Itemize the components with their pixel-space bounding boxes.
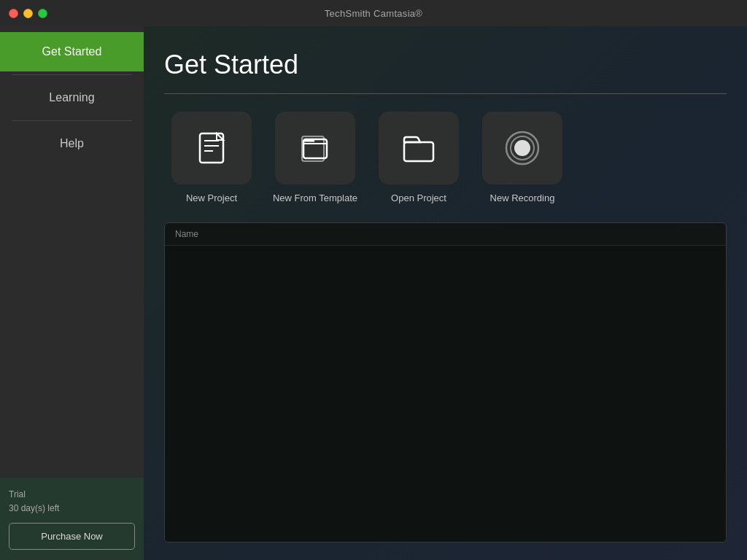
sidebar-footer: Trial 30 day(s) left Purchase Now (0, 478, 144, 560)
svg-rect-6 (404, 142, 433, 161)
window-controls (9, 9, 47, 18)
maximize-button[interactable] (38, 9, 47, 18)
sidebar-divider-1 (12, 74, 132, 75)
title-divider (164, 93, 727, 94)
new-recording-icon (503, 129, 541, 167)
new-from-template-card[interactable]: New From Template (268, 112, 363, 205)
new-from-template-label: New From Template (273, 192, 357, 205)
new-project-card[interactable]: New Project (164, 112, 259, 205)
new-recording-label: New Recording (490, 192, 555, 205)
new-project-icon-box[interactable] (171, 112, 252, 184)
purchase-now-button[interactable]: Purchase Now (9, 523, 135, 550)
sidebar-item-get-started[interactable]: Get Started (0, 32, 144, 71)
main-content: Get Started New Project (144, 26, 747, 560)
new-project-label: New Project (186, 192, 237, 205)
recent-files-panel: Name (164, 222, 727, 542)
sidebar-nav: Get Started Learning Help (0, 26, 144, 478)
new-project-icon (193, 129, 231, 167)
new-recording-card[interactable]: New Recording (475, 112, 570, 205)
svg-point-9 (514, 140, 530, 156)
new-from-template-icon-box[interactable] (275, 112, 355, 184)
sidebar-item-learning[interactable]: Learning (0, 78, 144, 117)
open-project-icon (400, 129, 438, 167)
app-title: TechSmith Camtasia® (325, 8, 423, 19)
recent-files-header: Name (165, 223, 726, 246)
page-title: Get Started (164, 50, 727, 80)
open-project-card[interactable]: Open Project (371, 112, 466, 205)
sidebar: Get Started Learning Help Trial 30 day(s… (0, 26, 144, 560)
open-project-label: Open Project (391, 192, 446, 205)
title-bar: TechSmith Camtasia® (0, 0, 747, 26)
recent-files-body (165, 246, 726, 542)
sidebar-divider-2 (12, 120, 132, 121)
new-from-template-icon (296, 129, 334, 167)
new-recording-icon-box[interactable] (482, 112, 562, 184)
app-body: Get Started Learning Help Trial 30 day(s… (0, 26, 747, 560)
action-cards: New Project New From Template (164, 112, 727, 205)
minimize-button[interactable] (23, 9, 33, 18)
open-project-icon-box[interactable] (379, 112, 459, 184)
trial-info: Trial 30 day(s) left (9, 488, 135, 516)
sidebar-item-help[interactable]: Help (0, 124, 144, 163)
close-button[interactable] (9, 9, 18, 18)
